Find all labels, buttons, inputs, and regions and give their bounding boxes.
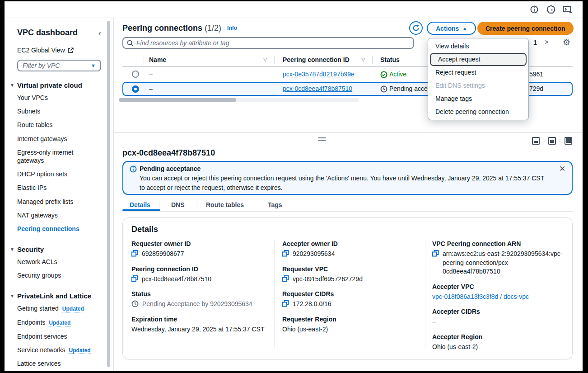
top-navigation-bar xyxy=(5,1,583,18)
peering-connection-id-link[interactable]: pcx-0e35787d82197b99e xyxy=(283,71,355,78)
sidebar-collapse-icon[interactable]: ‹ xyxy=(98,29,101,37)
sidebar-item-peering-connections[interactable]: Peering connections xyxy=(17,222,101,236)
resource-count: (1/2) xyxy=(205,24,221,33)
field-requester-vpc: Requester VPC vpc-0915df6957262729d xyxy=(282,265,418,284)
sidebar-item-network-acls[interactable]: Network ACLs xyxy=(17,255,101,269)
table-settings-gear-icon[interactable]: ⚙ xyxy=(563,37,570,47)
column-header-status[interactable]: Status xyxy=(380,56,400,63)
sidebar-item-ec2-global-view[interactable]: EC2 Global View xyxy=(17,47,101,54)
panel-drag-handle[interactable] xyxy=(318,137,326,141)
row-radio-unselected[interactable] xyxy=(132,71,139,78)
sidebar-item-dhcp-option-sets[interactable]: DHCP option sets xyxy=(17,167,101,181)
panel-size-medium-icon[interactable] xyxy=(548,137,556,145)
search-input[interactable] xyxy=(136,39,410,47)
filter-by-vpc-select[interactable]: Filter by VPC ▼ xyxy=(17,60,101,71)
truncated-requester-vpc-cell: 5961 xyxy=(529,71,543,78)
tab-tags[interactable]: Tags xyxy=(268,201,282,208)
panel-size-small-icon[interactable] xyxy=(532,137,540,145)
accepter-vpc-link[interactable]: vpc-018f086a13f3c3f8d / docs-vpc xyxy=(432,293,529,302)
copy-icon[interactable] xyxy=(282,250,289,257)
panel-size-large-icon[interactable] xyxy=(565,137,572,145)
field-accepter-vpc: Accepter VPC vpc-018f086a13f3c3f8d / doc… xyxy=(432,283,563,302)
info-circle-icon xyxy=(130,165,137,175)
banner-title: Pending acceptance xyxy=(140,165,201,172)
page-title: Peering connections (1/2) Info xyxy=(122,24,237,33)
create-peering-connection-button[interactable]: Create peering connection xyxy=(477,22,574,35)
peering-connection-id-link[interactable]: pcx-0cd8eea4f78b87510 xyxy=(283,85,352,92)
menu-item-reject-request[interactable]: Reject request xyxy=(428,66,528,79)
sidebar-item-subnets[interactable]: Subnets xyxy=(17,104,101,118)
updated-badge: Updated xyxy=(49,320,70,326)
copy-icon[interactable] xyxy=(131,275,138,282)
sidebar-item-your-vpcs[interactable]: Your VPCs xyxy=(17,91,101,104)
menu-item-accept-request[interactable]: Accept request xyxy=(430,53,527,66)
filter-caret-icon[interactable]: ▽ xyxy=(361,57,365,62)
sidebar-section-privatelink-and-lattice[interactable]: ▼ PrivateLink and Lattice xyxy=(10,292,101,300)
sidebar-item-getting-started[interactable]: Getting startedUpdated xyxy=(17,302,101,316)
sidebar-item-internet-gateways[interactable]: Internet gateways xyxy=(17,132,101,146)
pagination-next-icon[interactable]: > xyxy=(545,38,548,46)
close-icon[interactable]: ✕ xyxy=(559,164,565,174)
menu-item-view-details[interactable]: View details xyxy=(428,40,528,53)
pagination-current-page[interactable]: 1 xyxy=(533,39,537,46)
filter-caret-icon[interactable]: ▽ xyxy=(263,57,267,62)
refresh-icon xyxy=(412,24,420,32)
details-column-3: VPC Peering connection ARN arn:aws:ec2:u… xyxy=(432,240,563,359)
banner-text-line1: You can accept or reject this peering co… xyxy=(140,175,544,182)
tab-separator xyxy=(197,201,197,210)
field-expiration-time: Expiration time Wednesday, January 29, 2… xyxy=(131,316,267,334)
sidebar-navigation: VPC dashboard ‹ EC2 Global View Filter b… xyxy=(5,18,107,371)
search-box xyxy=(122,37,414,49)
column-header-peering-connection-id[interactable]: Peering connection ID xyxy=(283,56,350,63)
search-icon xyxy=(127,40,134,47)
actions-button[interactable]: Actions ▲ xyxy=(427,22,476,35)
copy-icon[interactable] xyxy=(131,250,138,257)
copy-icon[interactable] xyxy=(282,275,289,282)
sidebar-item-lattice-services[interactable]: Lattice services xyxy=(17,357,101,370)
copy-icon[interactable] xyxy=(282,300,289,307)
sidebar-item-security-groups[interactable]: Security groups xyxy=(17,269,101,282)
tab-details[interactable]: Details xyxy=(130,201,150,208)
chevron-down-icon: ▼ xyxy=(91,63,96,68)
field-vpc-peering-connection-arn: VPC Peering connection ARN arn:aws:ec2:u… xyxy=(432,240,563,276)
amazon-q-icon[interactable] xyxy=(546,5,555,14)
row-radio-selected[interactable] xyxy=(132,85,139,93)
horizontal-scrollbar-thumb[interactable] xyxy=(119,98,236,102)
cloudshell-icon[interactable] xyxy=(563,5,572,14)
cell-name: – xyxy=(149,71,153,78)
status-active-icon xyxy=(380,71,387,80)
section-caret-icon: ▼ xyxy=(10,293,14,298)
field-accepter-region: Accepter Region Ohio (us-east-2) xyxy=(432,333,563,352)
sidebar-item-route-tables[interactable]: Route tables xyxy=(17,118,101,132)
info-link[interactable]: Info xyxy=(227,25,237,31)
column-divider xyxy=(425,240,425,349)
panel-split-divider xyxy=(114,132,583,133)
column-header-name[interactable]: Name xyxy=(149,56,166,63)
sidebar-divider xyxy=(113,18,114,371)
sidebar-item-service-networks[interactable]: Service networksUpdated xyxy=(17,343,101,357)
field-accepter-cidrs: Accepter CIDRs – xyxy=(432,308,563,326)
tab-dns[interactable]: DNS xyxy=(171,201,185,208)
sidebar-item-nat-gateways[interactable]: NAT gateways xyxy=(17,208,101,222)
refresh-button[interactable] xyxy=(409,21,423,35)
column-separator xyxy=(274,56,275,64)
menu-item-manage-tags[interactable]: Manage tags xyxy=(428,92,528,105)
tab-bottom-divider xyxy=(122,211,573,212)
sidebar-scrollbar[interactable] xyxy=(107,21,110,367)
actions-dropdown-menu: View details Accept request Reject reque… xyxy=(428,38,529,120)
menu-item-delete-peering-connection[interactable]: Delete peering connection xyxy=(428,105,528,118)
sidebar-item-endpoints[interactable]: EndpointsUpdated xyxy=(17,316,101,330)
menu-item-edit-dns-settings: Edit DNS settings xyxy=(428,79,528,92)
info-icon[interactable] xyxy=(530,5,539,14)
sidebar-item-managed-prefix-lists[interactable]: Managed prefix lists xyxy=(17,195,101,208)
copy-icon[interactable] xyxy=(432,250,439,257)
sidebar-item-elastic-ips[interactable]: Elastic IPs xyxy=(17,181,101,194)
sidebar-item-egress-only-internet-gateways[interactable]: Egress-only internet gateways xyxy=(17,146,101,167)
sidebar-section-virtual-private-cloud[interactable]: ▼ Virtual private cloud xyxy=(10,81,101,89)
details-column-1: Requester owner ID 692859908677 Peering … xyxy=(131,240,267,340)
column-separator xyxy=(144,56,144,64)
sidebar-section-security[interactable]: ▼ Security xyxy=(10,246,101,253)
tab-route-tables[interactable]: Route tables xyxy=(206,201,244,208)
sidebar-item-endpoint-services[interactable]: Endpoint services xyxy=(17,330,101,343)
truncated-requester-vpc-cell: 729d xyxy=(529,85,543,92)
